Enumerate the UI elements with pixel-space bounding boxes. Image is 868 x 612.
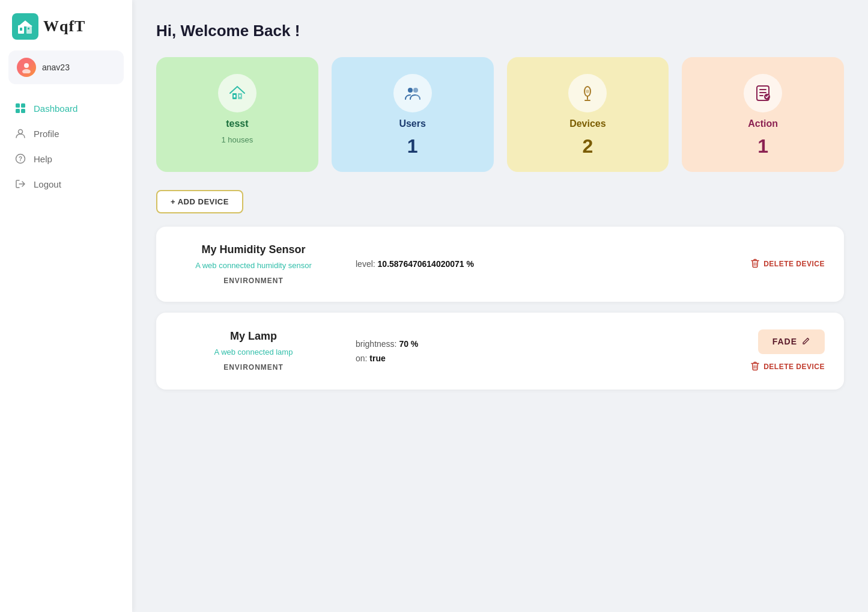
svg-point-18: [408, 88, 413, 93]
sidebar-item-dashboard[interactable]: Dashboard: [6, 96, 126, 120]
stat-label-users: Users: [399, 118, 425, 129]
devices-icon-circle: [568, 74, 607, 112]
sidebar-item-profile[interactable]: Profile: [6, 121, 126, 145]
device-stat-brightness: brightness: 70 %: [356, 339, 727, 349]
svg-point-21: [586, 90, 589, 93]
logo-text: WqfT: [43, 17, 85, 35]
welcome-title: Hi, Welcome Back !: [156, 22, 844, 40]
stat-label-house: tesst: [226, 118, 248, 129]
stat-count-devices: 2: [582, 135, 593, 158]
stat-card-users: Users 1: [332, 57, 494, 172]
house-icon-circle: [218, 74, 256, 112]
svg-rect-10: [21, 109, 25, 113]
device-desc-humidity: A web connected humidity sensor: [175, 260, 332, 272]
stat-card-devices: Devices 2: [507, 57, 669, 172]
device-card-humidity: My Humidity Sensor A web connected humid…: [156, 227, 844, 302]
svg-rect-17: [239, 95, 241, 97]
device-name-humidity: My Humidity Sensor: [175, 243, 332, 256]
stat-sub-house: 1 houses: [221, 135, 253, 144]
stat-cards: tesst 1 houses Users 1: [156, 57, 844, 172]
device-actions-humidity: DELETE DEVICE: [751, 259, 825, 270]
svg-rect-2: [20, 28, 22, 31]
svg-rect-25: [759, 95, 763, 96]
fade-label: FADE: [772, 337, 797, 346]
svg-rect-4: [28, 28, 29, 29]
sidebar-item-label-help: Help: [34, 154, 52, 164]
action-icon-circle: [744, 74, 782, 112]
delete-humidity-button[interactable]: DELETE DEVICE: [751, 259, 825, 270]
device-stat-on: on: true: [356, 353, 727, 363]
profile-icon: [14, 127, 26, 139]
delete-lamp-button[interactable]: DELETE DEVICE: [751, 361, 825, 373]
sidebar-item-label-dashboard: Dashboard: [34, 103, 77, 114]
device-info-humidity: My Humidity Sensor A web connected humid…: [175, 243, 332, 285]
delete-icon: [751, 259, 759, 270]
stat-count-action: 1: [757, 135, 768, 158]
device-desc-lamp: A web connected lamp: [175, 346, 332, 358]
svg-point-11: [19, 130, 23, 134]
sidebar-item-label-profile: Profile: [34, 129, 59, 139]
delete-icon-lamp: [751, 361, 759, 373]
logo-icon: [12, 13, 38, 40]
users-icon-circle: [393, 74, 432, 112]
sidebar-nav: Dashboard Profile ? Help: [0, 96, 132, 196]
main-content: Hi, Welcome Back ! tesst 1 houses: [132, 0, 868, 612]
sidebar: WqfT anav23 Dashboard: [0, 0, 132, 612]
user-card: anav23: [8, 50, 124, 84]
device-stat-level: level: 10.5876470614020071 %: [356, 259, 727, 269]
device-stats-humidity: level: 10.5876470614020071 %: [332, 259, 751, 269]
svg-rect-24: [759, 92, 766, 93]
sidebar-item-label-logout: Logout: [34, 179, 61, 189]
stat-label-devices: Devices: [569, 118, 606, 129]
svg-rect-9: [16, 109, 20, 113]
username: anav23: [42, 63, 70, 72]
delete-label-lamp: DELETE DEVICE: [763, 363, 825, 371]
device-card-lamp: My Lamp A web connected lamp ENVIRONMENT…: [156, 313, 844, 390]
stat-label-action: Action: [748, 118, 778, 129]
device-actions-lamp: FADE DELETE DEVICE: [751, 329, 825, 373]
svg-rect-8: [21, 103, 25, 108]
device-tag-humidity: ENVIRONMENT: [175, 277, 332, 285]
svg-rect-16: [234, 95, 235, 97]
help-icon: ?: [14, 153, 26, 165]
fade-button[interactable]: FADE: [758, 329, 825, 354]
avatar: [17, 58, 36, 77]
device-tag-lamp: ENVIRONMENT: [175, 363, 332, 372]
svg-text:?: ?: [19, 156, 22, 162]
sidebar-item-logout[interactable]: Logout: [6, 172, 126, 196]
add-device-button[interactable]: + ADD DEVICE: [156, 190, 243, 213]
stat-card-action: Action 1: [682, 57, 844, 172]
logout-icon: [14, 178, 26, 190]
device-info-lamp: My Lamp A web connected lamp ENVIRONMENT: [175, 330, 332, 372]
svg-rect-7: [16, 103, 20, 108]
add-device-label: + ADD DEVICE: [171, 197, 229, 206]
stat-card-house: tesst 1 houses: [156, 57, 318, 172]
stat-count-users: 1: [407, 135, 418, 158]
svg-point-5: [24, 63, 29, 68]
sidebar-item-help[interactable]: ? Help: [6, 147, 126, 171]
device-name-lamp: My Lamp: [175, 330, 332, 343]
edit-icon: [802, 337, 810, 347]
logo: WqfT: [0, 0, 132, 50]
svg-point-19: [413, 88, 418, 93]
device-stats-lamp: brightness: 70 % on: true: [332, 339, 751, 363]
delete-label-humidity: DELETE DEVICE: [763, 260, 825, 268]
svg-rect-23: [759, 89, 766, 90]
svg-point-6: [22, 69, 31, 73]
dashboard-icon: [14, 102, 26, 114]
